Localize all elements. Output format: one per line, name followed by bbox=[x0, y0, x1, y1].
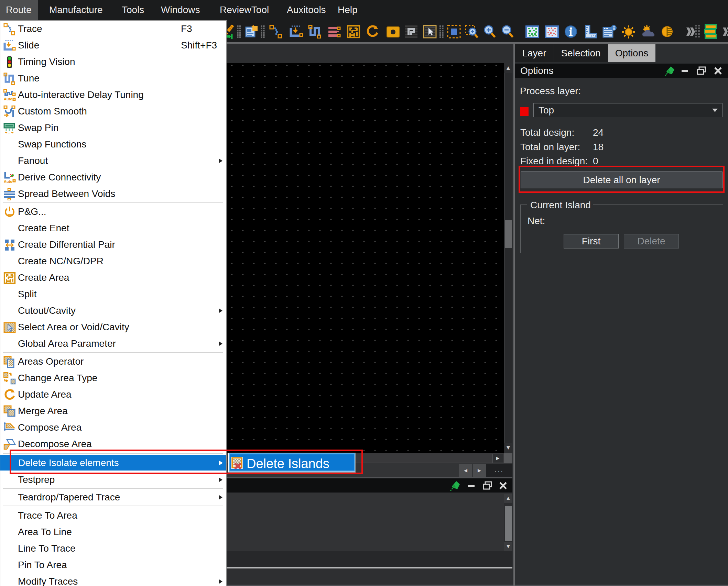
svg-text:Auto: Auto bbox=[4, 97, 12, 101]
svg-text:Auto: Auto bbox=[4, 179, 12, 184]
